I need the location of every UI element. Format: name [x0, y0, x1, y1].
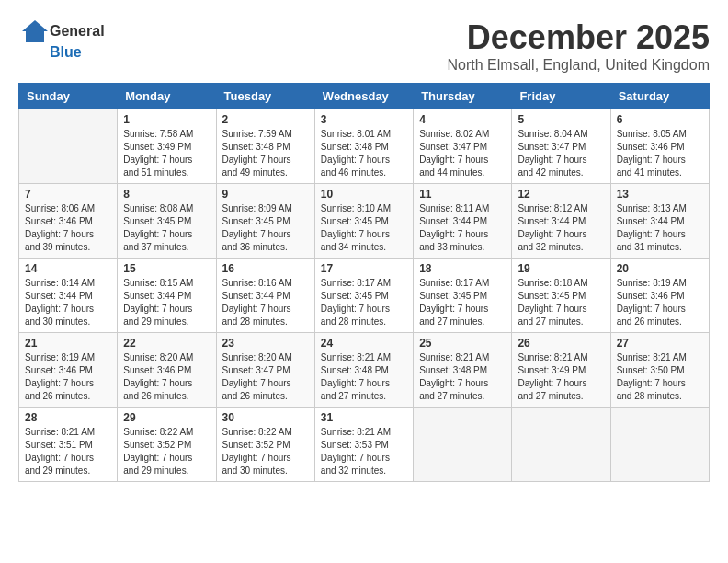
column-header-friday: Friday — [512, 84, 610, 109]
day-info: Sunrise: 8:21 AM Sunset: 3:49 PM Dayligh… — [518, 351, 604, 403]
day-info: Sunrise: 8:17 AM Sunset: 3:45 PM Dayligh… — [321, 277, 407, 328]
day-info: Sunrise: 8:18 AM Sunset: 3:45 PM Dayligh… — [518, 277, 604, 328]
week-row-5: 28Sunrise: 8:21 AM Sunset: 3:51 PM Dayli… — [19, 408, 710, 482]
calendar-cell: 20Sunrise: 8:19 AM Sunset: 3:46 PM Dayli… — [610, 259, 709, 333]
day-number: 9 — [222, 188, 309, 201]
day-info: Sunrise: 8:15 AM Sunset: 3:44 PM Dayligh… — [123, 277, 210, 328]
calendar-cell — [610, 408, 709, 482]
day-info: Sunrise: 8:06 AM Sunset: 3:46 PM Dayligh… — [25, 202, 111, 254]
day-number: 8 — [123, 188, 210, 201]
calendar-header-row: SundayMondayTuesdayWednesdayThursdayFrid… — [19, 84, 710, 109]
day-info: Sunrise: 7:58 AM Sunset: 3:49 PM Dayligh… — [123, 128, 210, 179]
day-number: 24 — [321, 337, 407, 350]
day-info: Sunrise: 8:20 AM Sunset: 3:46 PM Dayligh… — [123, 351, 210, 403]
day-number: 19 — [518, 262, 604, 275]
calendar-cell: 14Sunrise: 8:14 AM Sunset: 3:44 PM Dayli… — [19, 259, 118, 333]
calendar-cell: 5Sunrise: 8:04 AM Sunset: 3:47 PM Daylig… — [512, 109, 610, 184]
day-number: 29 — [123, 411, 210, 424]
logo: General Blue — [18, 18, 105, 61]
day-info: Sunrise: 8:11 AM Sunset: 3:44 PM Dayligh… — [419, 202, 506, 254]
calendar-cell: 9Sunrise: 8:09 AM Sunset: 3:45 PM Daylig… — [216, 184, 314, 259]
logo-blue-text: Blue — [50, 44, 82, 61]
calendar-cell: 24Sunrise: 8:21 AM Sunset: 3:48 PM Dayli… — [314, 333, 413, 408]
day-number: 25 — [419, 337, 506, 350]
day-info: Sunrise: 8:21 AM Sunset: 3:51 PM Dayligh… — [25, 426, 111, 477]
day-number: 31 — [321, 411, 407, 424]
calendar-cell: 13Sunrise: 8:13 AM Sunset: 3:44 PM Dayli… — [610, 184, 709, 259]
calendar-cell: 11Sunrise: 8:11 AM Sunset: 3:44 PM Dayli… — [414, 184, 512, 259]
day-number: 1 — [123, 113, 210, 126]
day-number: 23 — [222, 337, 309, 350]
calendar-cell: 17Sunrise: 8:17 AM Sunset: 3:45 PM Dayli… — [314, 259, 413, 333]
calendar-cell: 4Sunrise: 8:02 AM Sunset: 3:47 PM Daylig… — [414, 109, 512, 184]
day-info: Sunrise: 8:20 AM Sunset: 3:47 PM Dayligh… — [222, 351, 309, 403]
day-info: Sunrise: 8:04 AM Sunset: 3:47 PM Dayligh… — [518, 128, 604, 179]
calendar-cell: 3Sunrise: 8:01 AM Sunset: 3:48 PM Daylig… — [314, 109, 413, 184]
day-info: Sunrise: 8:10 AM Sunset: 3:45 PM Dayligh… — [321, 202, 407, 254]
calendar-cell: 30Sunrise: 8:22 AM Sunset: 3:52 PM Dayli… — [216, 408, 314, 482]
calendar-cell: 10Sunrise: 8:10 AM Sunset: 3:45 PM Dayli… — [314, 184, 413, 259]
day-info: Sunrise: 8:02 AM Sunset: 3:47 PM Dayligh… — [419, 128, 506, 179]
calendar-cell: 23Sunrise: 8:20 AM Sunset: 3:47 PM Dayli… — [216, 333, 314, 408]
day-info: Sunrise: 8:21 AM Sunset: 3:48 PM Dayligh… — [321, 351, 407, 403]
day-number: 17 — [321, 262, 407, 275]
calendar-cell: 16Sunrise: 8:16 AM Sunset: 3:44 PM Dayli… — [216, 259, 314, 333]
day-info: Sunrise: 8:14 AM Sunset: 3:44 PM Dayligh… — [25, 277, 111, 328]
calendar-cell — [512, 408, 610, 482]
calendar-table: SundayMondayTuesdayWednesdayThursdayFrid… — [18, 83, 710, 482]
day-info: Sunrise: 7:59 AM Sunset: 3:48 PM Dayligh… — [222, 128, 309, 179]
calendar-cell: 21Sunrise: 8:19 AM Sunset: 3:46 PM Dayli… — [19, 333, 118, 408]
column-header-saturday: Saturday — [610, 84, 709, 109]
day-info: Sunrise: 8:22 AM Sunset: 3:52 PM Dayligh… — [222, 426, 309, 477]
svg-marker-0 — [22, 20, 48, 42]
calendar-cell: 27Sunrise: 8:21 AM Sunset: 3:50 PM Dayli… — [610, 333, 709, 408]
day-number: 28 — [25, 411, 111, 424]
day-number: 16 — [222, 262, 309, 275]
calendar-cell: 31Sunrise: 8:21 AM Sunset: 3:53 PM Dayli… — [314, 408, 413, 482]
day-info: Sunrise: 8:13 AM Sunset: 3:44 PM Dayligh… — [617, 202, 703, 254]
week-row-4: 21Sunrise: 8:19 AM Sunset: 3:46 PM Dayli… — [19, 333, 710, 408]
day-info: Sunrise: 8:22 AM Sunset: 3:52 PM Dayligh… — [123, 426, 210, 477]
day-number: 21 — [25, 337, 111, 350]
day-number: 4 — [419, 113, 506, 126]
calendar-cell: 15Sunrise: 8:15 AM Sunset: 3:44 PM Dayli… — [118, 259, 216, 333]
calendar-body: 1Sunrise: 7:58 AM Sunset: 3:49 PM Daylig… — [19, 109, 710, 482]
day-number: 20 — [617, 262, 703, 275]
week-row-1: 1Sunrise: 7:58 AM Sunset: 3:49 PM Daylig… — [19, 109, 710, 184]
calendar-cell: 29Sunrise: 8:22 AM Sunset: 3:52 PM Dayli… — [118, 408, 216, 482]
day-number: 27 — [617, 337, 703, 350]
day-number: 2 — [222, 113, 309, 126]
day-number: 12 — [518, 188, 604, 201]
day-info: Sunrise: 8:12 AM Sunset: 3:44 PM Dayligh… — [518, 202, 604, 254]
week-row-3: 14Sunrise: 8:14 AM Sunset: 3:44 PM Dayli… — [19, 259, 710, 333]
calendar-cell: 2Sunrise: 7:59 AM Sunset: 3:48 PM Daylig… — [216, 109, 314, 184]
week-row-2: 7Sunrise: 8:06 AM Sunset: 3:46 PM Daylig… — [19, 184, 710, 259]
column-header-monday: Monday — [118, 84, 216, 109]
day-number: 7 — [25, 188, 111, 201]
day-number: 26 — [518, 337, 604, 350]
day-number: 18 — [419, 262, 506, 275]
calendar-cell: 28Sunrise: 8:21 AM Sunset: 3:51 PM Dayli… — [19, 408, 118, 482]
day-info: Sunrise: 8:19 AM Sunset: 3:46 PM Dayligh… — [25, 351, 111, 403]
day-number: 6 — [617, 113, 703, 126]
column-header-tuesday: Tuesday — [216, 84, 314, 109]
calendar-cell: 12Sunrise: 8:12 AM Sunset: 3:44 PM Dayli… — [512, 184, 610, 259]
logo-general-text: General — [50, 23, 105, 40]
day-number: 10 — [321, 188, 407, 201]
header: General Blue December 2025 North Elmsall… — [18, 18, 710, 74]
day-number: 5 — [518, 113, 604, 126]
day-info: Sunrise: 8:01 AM Sunset: 3:48 PM Dayligh… — [321, 128, 407, 179]
logo-icon — [18, 18, 48, 44]
calendar-cell: 1Sunrise: 7:58 AM Sunset: 3:49 PM Daylig… — [118, 109, 216, 184]
day-info: Sunrise: 8:08 AM Sunset: 3:45 PM Dayligh… — [123, 202, 210, 254]
calendar-subtitle: North Elmsall, England, United Kingdom — [448, 57, 710, 74]
day-number: 22 — [123, 337, 210, 350]
calendar-cell: 6Sunrise: 8:05 AM Sunset: 3:46 PM Daylig… — [610, 109, 709, 184]
day-number: 15 — [123, 262, 210, 275]
column-header-sunday: Sunday — [19, 84, 118, 109]
day-info: Sunrise: 8:16 AM Sunset: 3:44 PM Dayligh… — [222, 277, 309, 328]
calendar-cell — [414, 408, 512, 482]
calendar-cell: 25Sunrise: 8:21 AM Sunset: 3:48 PM Dayli… — [414, 333, 512, 408]
day-info: Sunrise: 8:21 AM Sunset: 3:53 PM Dayligh… — [321, 426, 407, 477]
day-info: Sunrise: 8:21 AM Sunset: 3:48 PM Dayligh… — [419, 351, 506, 403]
